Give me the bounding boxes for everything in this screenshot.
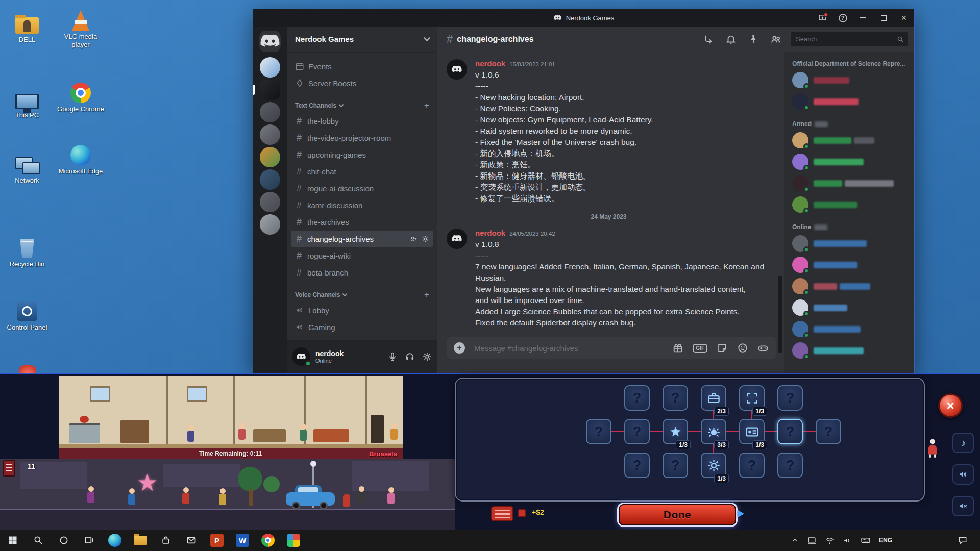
server-bot[interactable]: [260, 80, 280, 100]
chat-scrollbar[interactable]: [778, 276, 782, 353]
skill-tile-question[interactable]: ?: [624, 385, 650, 411]
sidebar-item-server-boosts[interactable]: Server Boosts: [291, 75, 433, 91]
skill-tile-question[interactable]: ?: [816, 419, 841, 444]
invite-icon[interactable]: [410, 235, 418, 243]
member-row[interactable]: [792, 172, 908, 194]
create-channel-icon[interactable]: +: [424, 290, 429, 300]
member-row[interactable]: [792, 151, 908, 172]
desktop-icon-chrome[interactable]: Google Chrome: [55, 80, 106, 113]
channel-scroll[interactable]: Events Server Boosts Text Channels + #th…: [287, 52, 437, 340]
sticker-icon[interactable]: [717, 342, 728, 354]
channel-upcoming-games[interactable]: #upcoming-games: [291, 146, 433, 163]
desktop-icon-control-panel[interactable]: Control Panel: [2, 298, 53, 332]
skill-tile-question[interactable]: ?: [777, 385, 803, 411]
channel-the-video-projector-room[interactable]: #the-video-projector-room: [291, 130, 433, 146]
member-row[interactable]: [792, 276, 908, 297]
skill-tile-briefcase[interactable]: 2/3: [701, 385, 726, 411]
mic-icon[interactable]: [387, 352, 398, 362]
attach-icon[interactable]: +: [454, 342, 465, 354]
gift-icon[interactable]: [672, 342, 683, 354]
desktop-icon-vlc[interactable]: VLC media player: [55, 7, 106, 49]
server-flag[interactable]: [260, 57, 280, 78]
done-button[interactable]: Done: [619, 504, 736, 525]
member-row[interactable]: [792, 130, 908, 151]
skill-tile-question[interactable]: ?: [663, 385, 688, 411]
skill-tile-question[interactable]: ?: [739, 453, 765, 478]
person-icon[interactable]: [925, 438, 940, 458]
store-icon[interactable]: [153, 530, 179, 551]
message-avatar[interactable]: [447, 229, 467, 249]
game-close-button[interactable]: ×: [938, 393, 963, 418]
channel-the-lobby[interactable]: #the-lobby: [291, 113, 433, 129]
channel-rogue-ai-discussion[interactable]: #rogue-ai-discussion: [291, 180, 433, 196]
skill-tile-question[interactable]: ?: [624, 419, 650, 444]
server-grey-1[interactable]: [260, 102, 280, 122]
search-input[interactable]: [795, 35, 897, 43]
game-app-icon[interactable]: [281, 530, 306, 551]
tray-keyboard-icon[interactable]: [861, 535, 871, 545]
start-button[interactable]: [0, 530, 26, 551]
create-channel-icon[interactable]: +: [424, 101, 429, 111]
tray-volume-icon[interactable]: [843, 536, 852, 545]
skill-tile-question[interactable]: ?: [777, 419, 803, 444]
notifications-icon[interactable]: [725, 34, 737, 45]
member-row[interactable]: [792, 318, 908, 340]
server-grey-3[interactable]: [260, 192, 280, 212]
members-icon[interactable]: [770, 34, 781, 45]
skill-tile-question[interactable]: ?: [777, 453, 803, 478]
channel-rogue-ai-wiki[interactable]: #rogue-ai-wiki: [291, 247, 433, 264]
headphones-icon[interactable]: [405, 352, 415, 362]
emoji-icon[interactable]: [737, 342, 748, 354]
message-author[interactable]: nerdook: [475, 59, 505, 68]
help-icon[interactable]: ?: [832, 9, 853, 27]
message-avatar[interactable]: [447, 59, 467, 80]
word-icon[interactable]: W: [230, 530, 255, 551]
channel-the-archives[interactable]: #the-archives: [291, 214, 433, 230]
close-button[interactable]: ×: [894, 9, 914, 27]
channel-beta-branch[interactable]: #beta-branch: [291, 264, 433, 281]
message-author[interactable]: nerdook: [475, 229, 505, 237]
member-row[interactable]: [792, 340, 908, 361]
powerpoint-icon[interactable]: P: [204, 530, 230, 551]
action-center-icon[interactable]: [958, 535, 968, 545]
channel-chit-chat[interactable]: #chit-chat: [291, 163, 433, 180]
voice-channel-lobby[interactable]: Lobby: [291, 302, 433, 318]
file-explorer-icon[interactable]: [128, 530, 153, 551]
gear-icon[interactable]: [422, 352, 432, 362]
member-panel[interactable]: Official Department of Science Repre...A…: [784, 52, 914, 373]
taskbar-chrome-icon[interactable]: [255, 530, 281, 551]
server-grey-4[interactable]: [260, 214, 280, 235]
server-pixel[interactable]: [260, 147, 280, 167]
inbox-icon[interactable]: [812, 9, 832, 27]
member-row[interactable]: [792, 194, 908, 215]
game-icon[interactable]: [757, 342, 769, 354]
member-row[interactable]: [792, 297, 908, 318]
desktop-icon-this-pc[interactable]: This PC: [2, 86, 53, 119]
tray-display-icon[interactable]: [807, 536, 817, 545]
text-channels-header[interactable]: Text Channels +: [295, 101, 429, 111]
search-box[interactable]: [791, 32, 908, 46]
desktop-icon-network[interactable]: Network: [2, 151, 53, 185]
notebook-icon[interactable]: [3, 460, 15, 477]
member-row[interactable]: [792, 69, 908, 91]
desktop-icon-recycle-bin[interactable]: Recycle Bin: [2, 235, 53, 268]
server-grey-2[interactable]: [260, 124, 280, 145]
sound-button[interactable]: [952, 464, 974, 485]
maximize-button[interactable]: [873, 9, 894, 27]
task-view-icon[interactable]: [77, 530, 102, 551]
channel-settings-icon[interactable]: [422, 235, 429, 243]
skill-tile-question[interactable]: ?: [624, 453, 650, 478]
keyboard-hud-icon[interactable]: [491, 506, 513, 521]
message-input[interactable]: [473, 343, 664, 353]
server-photo[interactable]: [260, 169, 280, 190]
language-indicator[interactable]: ENG: [879, 537, 892, 544]
skill-tile-idcard[interactable]: 1/3: [739, 419, 765, 444]
skill-tile-question[interactable]: ?: [663, 453, 688, 478]
taskbar-search-icon[interactable]: [26, 530, 51, 551]
server-header[interactable]: Nerdook Games: [287, 27, 437, 52]
threads-icon[interactable]: [703, 34, 714, 45]
member-row[interactable]: [792, 233, 908, 254]
skill-tile-gear[interactable]: 1/3: [701, 453, 726, 478]
desktop-icon-partial[interactable]: [19, 365, 36, 373]
taskbar-edge-icon[interactable]: [102, 530, 128, 551]
